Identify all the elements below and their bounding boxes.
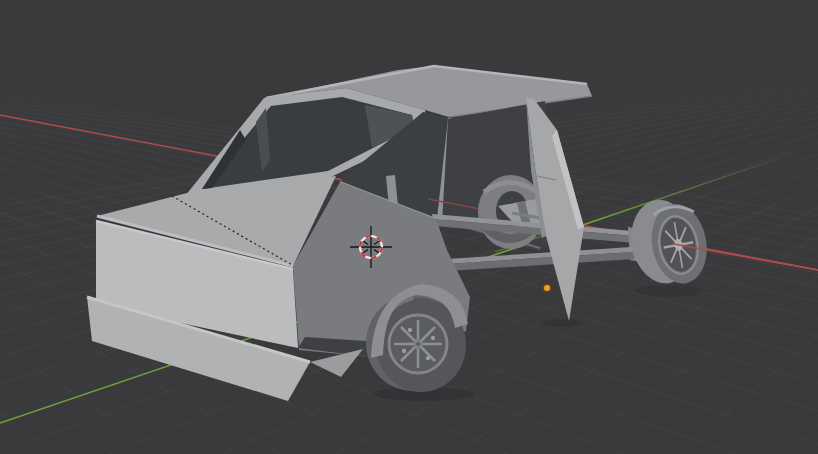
viewport-canvas[interactable] <box>0 0 818 454</box>
front-wheel-shadow <box>635 285 703 297</box>
blender-3d-viewport[interactable] <box>0 0 818 454</box>
object-origin-dot[interactable] <box>543 284 550 291</box>
door-shadow <box>542 319 582 327</box>
